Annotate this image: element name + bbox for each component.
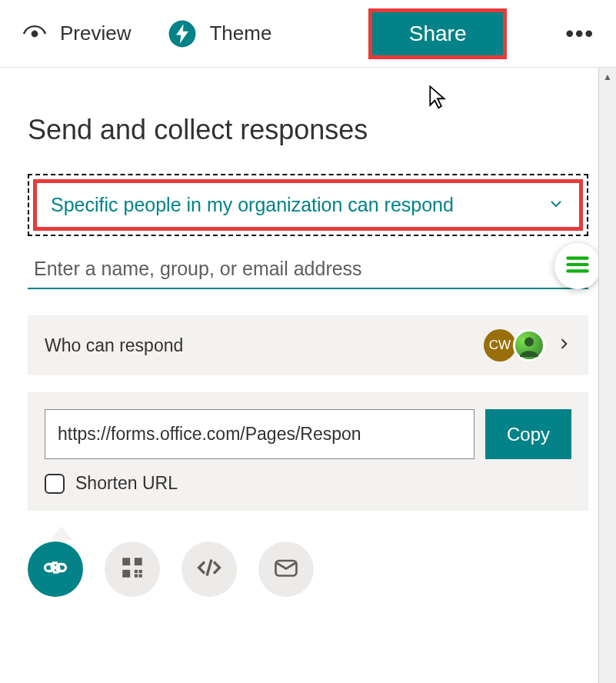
svg-rect-11 xyxy=(139,575,142,578)
copy-button[interactable]: Copy xyxy=(485,409,571,459)
share-label: Share xyxy=(409,22,467,46)
audience-dropdown[interactable]: Specific people in my organization can r… xyxy=(33,179,583,231)
chevron-right-icon xyxy=(556,335,571,356)
avatar-photo xyxy=(513,329,545,361)
share-qr-button[interactable] xyxy=(105,541,160,597)
svg-point-0 xyxy=(32,31,38,36)
qr-icon xyxy=(119,555,145,584)
svg-rect-5 xyxy=(122,558,130,565)
who-can-respond-label: Who can respond xyxy=(45,335,484,356)
link-section: Copy Shorten URL xyxy=(28,392,588,511)
toolbar: Preview Theme Share ••• xyxy=(0,0,616,68)
scrollbar[interactable]: ▲ xyxy=(598,68,616,683)
svg-line-12 xyxy=(207,560,211,576)
share-link-button[interactable] xyxy=(28,541,83,597)
audience-dropdown-highlight: Specific people in my organization can r… xyxy=(28,174,588,236)
eye-icon xyxy=(22,21,48,47)
svg-rect-9 xyxy=(139,570,142,573)
share-panel: Send and collect responses Specific peop… xyxy=(0,68,616,597)
people-input[interactable] xyxy=(28,250,588,289)
code-icon xyxy=(195,554,223,585)
share-email-button[interactable] xyxy=(258,541,314,597)
scroll-up-icon[interactable]: ▲ xyxy=(599,68,616,86)
copy-label: Copy xyxy=(507,424,550,445)
shorten-checkbox[interactable] xyxy=(45,474,65,494)
shorten-label: Shorten URL xyxy=(75,473,178,494)
svg-point-2 xyxy=(524,338,534,347)
share-embed-button[interactable] xyxy=(181,541,237,597)
avatar-group: CW xyxy=(484,329,545,361)
theme-button[interactable]: Theme xyxy=(168,0,271,67)
preview-label: Preview xyxy=(60,22,131,45)
svg-rect-6 xyxy=(135,558,142,565)
share-button[interactable]: Share xyxy=(368,8,508,59)
image-icon xyxy=(564,254,591,278)
svg-rect-10 xyxy=(135,575,138,578)
more-button[interactable]: ••• xyxy=(565,21,594,47)
link-icon xyxy=(42,554,69,585)
audience-selected-label: Specific people in my organization can r… xyxy=(51,194,454,216)
share-methods xyxy=(28,541,588,597)
who-can-respond-row[interactable]: Who can respond CW xyxy=(28,315,588,375)
preview-button[interactable]: Preview xyxy=(22,0,131,67)
lightning-icon xyxy=(168,19,197,48)
page-title: Send and collect responses xyxy=(28,114,588,146)
svg-rect-8 xyxy=(135,570,138,573)
shorten-url-row[interactable]: Shorten URL xyxy=(45,473,571,494)
floating-helper-button[interactable] xyxy=(554,243,601,289)
share-url-input[interactable] xyxy=(45,409,474,459)
avatar-initials: CW xyxy=(484,329,516,361)
theme-label: Theme xyxy=(209,22,271,45)
mail-icon xyxy=(272,554,300,585)
svg-rect-7 xyxy=(122,570,130,578)
chevron-down-icon xyxy=(547,195,565,216)
ellipsis-icon: ••• xyxy=(565,21,594,46)
